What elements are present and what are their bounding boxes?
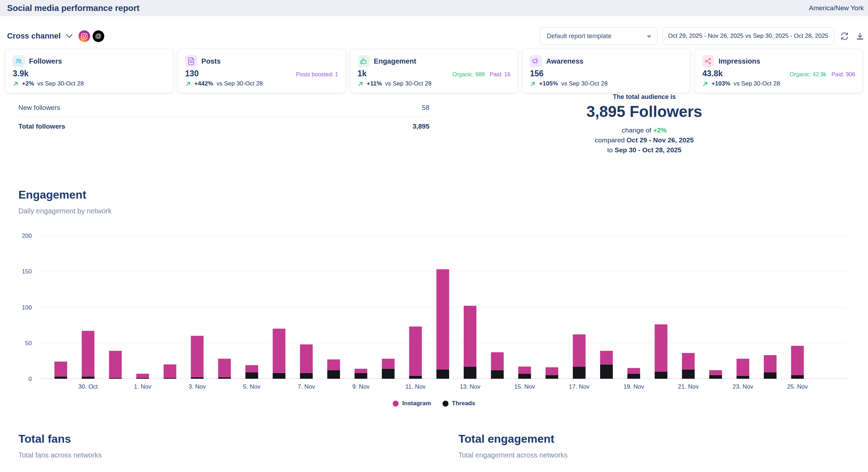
bar-instagram-9. Nov[interactable]: [354, 369, 367, 373]
bar-threads-29. Oct[interactable]: [54, 377, 67, 379]
report-template-value: Default report template: [547, 33, 611, 40]
row-value: 3,895: [412, 123, 429, 130]
bar-threads-22. Nov[interactable]: [709, 375, 722, 379]
bar-threads-7. Nov[interactable]: [300, 373, 313, 379]
bar-threads-14. Nov[interactable]: [491, 370, 504, 379]
bar-instagram-21. Nov[interactable]: [682, 353, 695, 370]
toolbar: Cross channel @ Default report template …: [0, 16, 868, 49]
bar-threads-13. Nov[interactable]: [464, 367, 476, 379]
date-range-picker[interactable]: Oct 29, 2025 - Nov 26, 2025 vs Sep 30, 2…: [662, 27, 834, 45]
bar-instagram-30. Oct[interactable]: [82, 331, 94, 377]
bar-instagram-12. Nov[interactable]: [436, 269, 449, 370]
bar-instagram-8. Nov[interactable]: [327, 359, 340, 370]
row-value: 58: [422, 104, 429, 112]
instagram-icon[interactable]: [78, 30, 90, 42]
bar-threads-8. Nov[interactable]: [327, 370, 340, 379]
bar-instagram-24. Nov[interactable]: [764, 355, 776, 372]
timezone-label: America/New York: [809, 4, 864, 12]
card-extras: Organic: 42.9kPaid: 906: [790, 71, 855, 78]
bar-threads-16. Nov[interactable]: [546, 375, 558, 379]
download-icon[interactable]: [855, 31, 865, 41]
bar-instagram-4. Nov[interactable]: [218, 359, 231, 377]
bar-threads-4. Nov[interactable]: [218, 377, 231, 379]
channel-selector[interactable]: Cross channel: [7, 31, 73, 41]
bar-instagram-15. Nov[interactable]: [518, 367, 531, 374]
card-mid: 156: [530, 69, 683, 78]
card-mid: 1k Organic: 988Paid: 16: [358, 69, 511, 78]
audience-intro: The total audience is: [515, 93, 773, 101]
report-template-select[interactable]: Default report template: [540, 27, 657, 45]
bar-threads-2. Nov[interactable]: [164, 378, 176, 379]
bar-threads-31. Oct[interactable]: [109, 378, 122, 379]
bar-instagram-20. Nov[interactable]: [655, 324, 667, 372]
bar-instagram-25. Nov[interactable]: [791, 346, 804, 375]
bar-instagram-14. Nov[interactable]: [491, 352, 504, 370]
audience-comparison: change of +2% compared Oct 29 - Nov 26, …: [515, 125, 773, 155]
bar-instagram-17. Nov[interactable]: [573, 334, 586, 366]
card-mid: 130 Posts boosted: 1: [185, 69, 338, 78]
bar-threads-25. Nov[interactable]: [791, 375, 804, 379]
svg-text:9. Nov: 9. Nov: [352, 383, 370, 390]
mid-section: New followers 58Total followers 3,895 Th…: [0, 98, 868, 155]
table-row: New followers 58: [18, 98, 429, 117]
bar-instagram-1. Nov[interactable]: [136, 374, 149, 378]
chevron-down-icon: [66, 34, 73, 38]
refresh-icon[interactable]: [839, 31, 850, 41]
bar-instagram-10. Nov[interactable]: [382, 359, 394, 368]
bar-instagram-11. Nov[interactable]: [409, 326, 422, 376]
followers-table: New followers 58Total followers 3,895: [18, 98, 429, 155]
card-head: Awareness: [530, 55, 683, 67]
bar-instagram-5. Nov[interactable]: [245, 365, 258, 372]
bar-threads-30. Oct[interactable]: [82, 377, 94, 379]
card-extra: Organic: 42.9k: [790, 71, 826, 78]
bar-instagram-7. Nov[interactable]: [300, 344, 313, 373]
bar-threads-18. Nov[interactable]: [600, 365, 613, 379]
bar-instagram-19. Nov[interactable]: [627, 368, 640, 374]
svg-text:1. Nov: 1. Nov: [134, 383, 152, 390]
row-label: Total followers: [18, 123, 65, 130]
total-engagement-title: Total engagement: [458, 432, 868, 446]
legend-label: Threads: [452, 400, 475, 407]
legend-item-instagram[interactable]: Instagram: [393, 400, 431, 407]
bar-threads-24. Nov[interactable]: [764, 372, 776, 379]
threads-icon[interactable]: @: [93, 30, 104, 42]
bar-instagram-13. Nov[interactable]: [464, 306, 476, 366]
card-change-pct: +11%: [367, 80, 382, 87]
svg-text:5. Nov: 5. Nov: [243, 383, 261, 390]
card-value: 3.9k: [13, 69, 29, 78]
bar-threads-11. Nov[interactable]: [409, 376, 422, 379]
bar-threads-3. Nov[interactable]: [191, 377, 204, 379]
bar-instagram-18. Nov[interactable]: [600, 351, 613, 364]
bar-threads-10. Nov[interactable]: [382, 369, 394, 379]
card-head: Followers: [13, 55, 166, 67]
kpi-card-awareness: Awareness 156 +105% vs Sep 30-Oct 28: [523, 49, 690, 93]
card-change-vs: vs Sep 30-Oct 28: [734, 80, 780, 87]
audience-headline: 3,895 Followers: [515, 103, 773, 120]
bar-instagram-2. Nov[interactable]: [164, 365, 176, 378]
bar-threads-23. Nov[interactable]: [737, 376, 749, 379]
svg-text:11. Nov: 11. Nov: [405, 383, 426, 390]
bar-threads-9. Nov[interactable]: [354, 373, 367, 379]
bar-threads-5. Nov[interactable]: [245, 372, 258, 379]
bar-threads-20. Nov[interactable]: [655, 372, 667, 379]
bar-threads-1. Nov[interactable]: [136, 378, 149, 379]
svg-text:50: 50: [25, 340, 32, 347]
bar-instagram-23. Nov[interactable]: [737, 359, 749, 376]
bar-threads-19. Nov[interactable]: [627, 374, 640, 379]
bar-threads-15. Nov[interactable]: [518, 374, 531, 379]
bar-instagram-29. Oct[interactable]: [54, 361, 67, 377]
bar-threads-17. Nov[interactable]: [573, 367, 586, 379]
legend-item-threads[interactable]: Threads: [442, 400, 475, 407]
svg-text:200: 200: [22, 232, 32, 239]
bar-threads-12. Nov[interactable]: [436, 370, 449, 379]
bar-instagram-3. Nov[interactable]: [191, 336, 204, 377]
bar-threads-21. Nov[interactable]: [682, 370, 695, 379]
card-change-vs: vs Sep 30-Oct 28: [37, 80, 84, 87]
bar-instagram-22. Nov[interactable]: [709, 370, 722, 375]
bar-instagram-31. Oct[interactable]: [109, 351, 122, 378]
engagement-chart[interactable]: 05010015020030. Oct1. Nov3. Nov5. Nov7. …: [18, 231, 850, 399]
card-head: Posts: [185, 55, 338, 67]
bar-instagram-16. Nov[interactable]: [546, 367, 558, 375]
bar-threads-6. Nov[interactable]: [273, 373, 286, 379]
bar-instagram-6. Nov[interactable]: [273, 329, 286, 373]
